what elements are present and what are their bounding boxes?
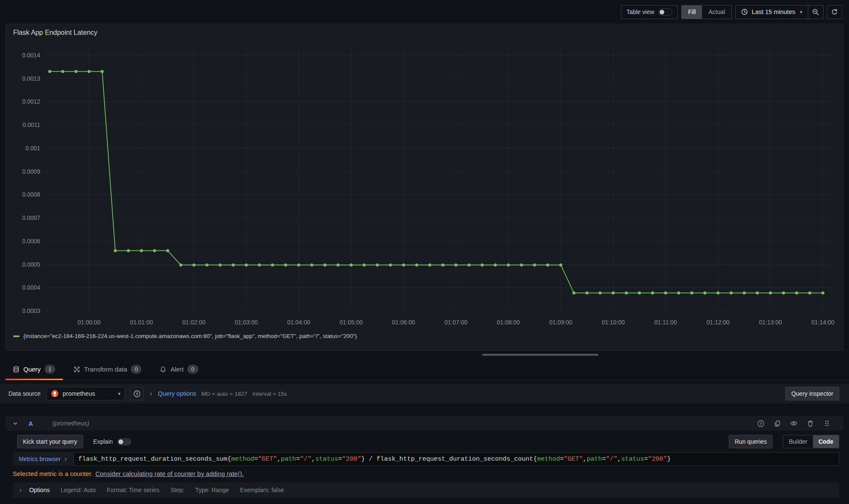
chevron-down-icon: ▾ [800,9,802,15]
latency-chart[interactable]: 01:00:0001:01:0001:02:0001:03:0001:04:00… [12,39,837,332]
code-mode-button[interactable]: Code [813,435,839,448]
format-option: Format: Time series [107,487,159,493]
datasource-picker[interactable]: prometheus ▾ [46,387,125,400]
actual-button[interactable]: Actual [702,6,731,19]
legend: {instance="ec2-184-169-216-224.us-west-1… [12,332,837,340]
svg-text:01:01:00: 01:01:00 [130,319,153,326]
svg-text:0.0011: 0.0011 [23,121,40,128]
tab-count-badge: 0 [187,365,198,374]
zoom-out-button[interactable] [808,6,823,19]
tab-count-badge: 0 [131,365,141,374]
explain-toggle-group: Explain [93,438,131,445]
query-options-toggle[interactable]: Query options [158,390,196,397]
datasource-label: Data source [8,390,40,397]
svg-text:01:10:00: 01:10:00 [602,319,625,326]
table-view-switch[interactable] [658,8,672,16]
svg-text:01:04:00: 01:04:00 [287,319,310,326]
svg-text:0.0006: 0.0006 [22,238,40,245]
builder-mode-button[interactable]: Builder [783,435,813,448]
chevron-down-icon: ▾ [118,391,121,397]
svg-text:0.0009: 0.0009 [22,168,40,175]
table-view-toggle-group[interactable]: Table view [621,5,678,19]
datasource-help-button[interactable]: ? [130,387,144,400]
duplicate-query-icon[interactable] [772,418,783,428]
svg-text:0.0004: 0.0004 [22,284,40,291]
table-view-label: Table view [626,8,654,15]
svg-text:01:03:00: 01:03:00 [235,319,258,326]
series-label[interactable]: {instance="ec2-184-169-216-224.us-west-1… [23,333,357,339]
collapse-chevron-icon[interactable] [13,421,18,426]
chevron-right-icon[interactable]: › [149,390,152,397]
help-circle-icon: ? [133,390,141,397]
query-row-header[interactable]: A (prometheus) ? [6,416,843,431]
counter-warning-text: Selected metric is a counter. [13,470,93,477]
hide-query-eye-icon[interactable] [788,418,799,428]
tab-transform-data[interactable]: Transform data 0 [66,358,149,380]
query-help-icon[interactable]: ? [755,418,766,428]
edit-tabs: Query 1 Transform data 0 Alert 0 [0,358,849,380]
svg-text:0.0007: 0.0007 [22,214,40,221]
tab-label: Alert [170,366,183,373]
bell-icon [160,366,166,373]
promql-code-editor[interactable]: flask_http_request_duration_seconds_sum{… [73,452,839,466]
svg-text:01:12:00: 01:12:00 [706,319,730,326]
query-datasource-hint: (prometheus) [53,420,89,427]
tab-query[interactable]: Query 1 [6,358,63,380]
switch-knob [660,10,664,14]
query-hint-row: Selected metric is a counter.Consider ca… [13,470,839,477]
svg-text:0.0003: 0.0003 [22,307,40,314]
svg-text:01:09:00: 01:09:00 [549,319,573,326]
panel-title[interactable]: Flask App Endpoint Latency [12,28,837,39]
query-inspector-button[interactable]: Query inspector [785,387,839,400]
clock-icon [741,8,748,15]
add-rate-hint-link[interactable]: Consider calculating rate of counter by … [95,470,243,477]
kick-start-query-button[interactable]: Kick start your query [17,435,83,448]
pane-splitter [0,351,849,358]
builder-code-group: Builder Code [783,435,839,448]
metrics-browser-toggle[interactable]: Metrics browser › [13,452,73,466]
max-datapoints-info: MD = auto = 1827 [201,391,247,397]
svg-text:01:06:00: 01:06:00 [392,319,415,326]
tab-label: Query [23,366,41,373]
svg-text:01:13:00: 01:13:00 [759,319,782,326]
query-options-summary[interactable]: › Options Legend: Auto Format: Time seri… [13,482,839,498]
svg-text:0.0013: 0.0013 [22,75,40,82]
database-icon [13,366,20,373]
fill-actual-group: Fill Actual [681,5,732,19]
splitter-handle[interactable] [482,354,598,356]
svg-text:0.0014: 0.0014 [22,52,40,59]
options-title: Options [29,487,50,493]
top-toolbar: Table view Fill Actual Last 15 minutes ▾ [0,0,849,24]
drag-handle-icon[interactable] [821,418,832,428]
delete-query-trash-icon[interactable] [805,418,816,428]
time-range-picker[interactable]: Last 15 minutes ▾ [736,6,808,19]
datasource-row: Data source prometheus ▾ ? › Query optio… [0,384,849,403]
run-queries-button[interactable]: Run queries [729,435,773,448]
transform-icon [73,366,80,373]
switch-knob [118,439,123,444]
tab-alert[interactable]: Alert 0 [152,358,206,380]
svg-text:01:02:00: 01:02:00 [182,319,206,326]
series-color-marker [13,335,20,337]
query-body: Kick start your query Explain Run querie… [6,435,843,498]
svg-text:?: ? [759,421,762,425]
timeseries-panel: Flask App Endpoint Latency 01:00:0001:01… [6,24,843,351]
svg-text:0.0005: 0.0005 [22,261,40,268]
tab-label: Transform data [84,366,127,373]
fill-button[interactable]: Fill [682,6,702,19]
chevron-right-icon: › [64,455,68,463]
svg-text:01:14:00: 01:14:00 [811,319,835,326]
datasource-name: prometheus [62,390,95,397]
svg-text:0.0008: 0.0008 [22,191,40,198]
zoom-out-icon [812,8,819,16]
tab-count-badge: 1 [45,365,55,374]
refresh-button[interactable] [827,5,842,19]
svg-text:01:11:00: 01:11:00 [654,319,677,326]
metrics-browser-label: Metrics browser [19,456,61,462]
exemplars-option: Exemplars: false [240,487,284,493]
chevron-right-icon: › [19,487,23,493]
explain-label: Explain [93,438,113,445]
prometheus-icon [51,390,59,397]
svg-text:0.001: 0.001 [25,145,40,152]
explain-switch[interactable] [117,438,131,445]
